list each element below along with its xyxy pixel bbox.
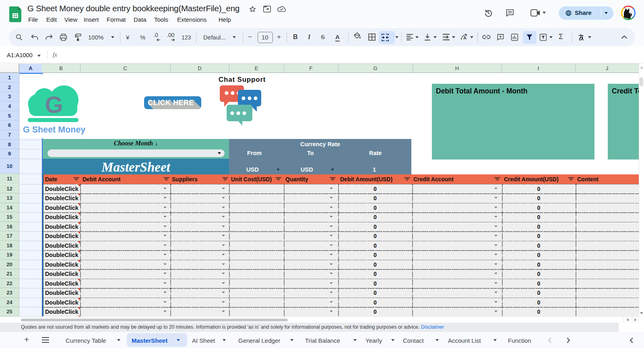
svg-text:G: G <box>45 91 63 118</box>
svg-text:A: A <box>463 35 466 40</box>
